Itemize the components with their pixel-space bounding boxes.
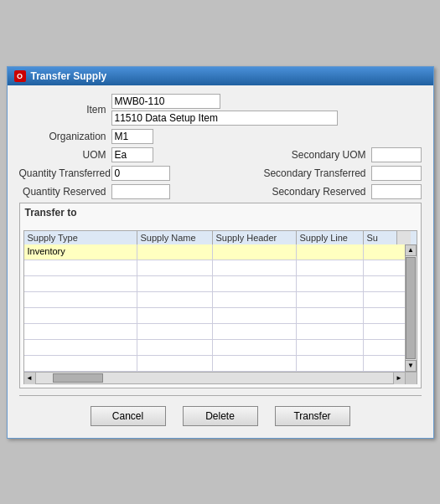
item-label: Item [19, 104, 111, 116]
scroll-thumb-v[interactable] [406, 257, 416, 359]
grid-header: Supply Type Supply Name Supply Header Su… [23, 230, 417, 244]
cell-supply-name [137, 292, 213, 307]
cancel-button[interactable]: Cancel [91, 406, 166, 426]
table-row[interactable] [24, 276, 405, 292]
cell-supply-header [213, 356, 297, 371]
qty-transferred-row: Quantity Transferred Secondary Transferr… [19, 166, 422, 181]
col-supply-type: Supply Type [24, 231, 137, 244]
cell-supply-type [24, 276, 137, 291]
table-row[interactable]: Inventory [24, 244, 405, 260]
scroll-right-arrow[interactable]: ► [393, 373, 405, 384]
cell-supply-name [137, 276, 213, 291]
table-row[interactable] [24, 308, 405, 324]
window-icon: O [14, 70, 26, 82]
cell-supply-name [137, 356, 213, 371]
grid-body: Inventory [24, 244, 405, 372]
cell-supply-header [213, 276, 297, 291]
cell-su [364, 356, 397, 371]
cell-su [364, 340, 397, 355]
qty-reserved-input[interactable] [111, 184, 170, 199]
table-row[interactable] [24, 260, 405, 276]
cell-supply-header [213, 244, 297, 260]
cell-supply-line [297, 292, 364, 307]
cell-supply-name [137, 260, 213, 275]
supply-grid: Supply Type Supply Name Supply Header Su… [23, 230, 417, 384]
secondary-uom-label: Secondary UOM [271, 149, 371, 161]
scroll-track-h[interactable] [36, 373, 393, 383]
scroll-left-arrow[interactable]: ◄ [24, 373, 36, 384]
cell-supply-line [297, 244, 364, 260]
vertical-scrollbar[interactable]: ▲ ▼ [405, 244, 417, 372]
cell-supply-type [24, 308, 137, 323]
scrollbar-corner [405, 373, 417, 384]
delete-button[interactable]: Delete [183, 406, 258, 426]
transfer-to-section: Transfer to Supply Type Supply Name Supp… [19, 203, 422, 388]
table-row[interactable] [24, 292, 405, 308]
transfer-to-title: Transfer to [23, 207, 417, 219]
cell-supply-line [297, 260, 364, 275]
col-supply-line: Supply Line [297, 231, 364, 244]
col-scrollbar-spacer [397, 231, 411, 244]
uom-row: UOM Secondary UOM [19, 147, 422, 162]
scroll-up-arrow[interactable]: ▲ [405, 244, 417, 256]
uom-label: UOM [19, 149, 111, 161]
organization-input[interactable] [111, 129, 153, 144]
qty-transferred-input[interactable] [111, 166, 170, 181]
cell-supply-header [213, 260, 297, 275]
title-bar: O Transfer Supply [8, 67, 433, 85]
transfer-supply-window: O Transfer Supply Item Organization UOM … [7, 66, 434, 439]
secondary-reserved-label: Secondary Reserved [262, 186, 371, 198]
cell-supply-header [213, 340, 297, 355]
table-row[interactable] [24, 356, 405, 372]
item-row: Item [19, 94, 422, 126]
scroll-down-arrow[interactable]: ▼ [405, 360, 417, 372]
cell-supply-type: Inventory [24, 244, 137, 260]
secondary-transferred-label: Secondary Transferred [262, 167, 371, 179]
cell-supply-header [213, 308, 297, 323]
cell-supply-line [297, 308, 364, 323]
cell-supply-name [137, 340, 213, 355]
qty-transferred-label: Quantity Transferred [19, 167, 111, 179]
cell-supply-line [297, 276, 364, 291]
buttons-row: Cancel Delete Transfer [19, 401, 422, 429]
organization-row: Organization [19, 129, 422, 144]
cell-su [364, 324, 397, 339]
item-code-input[interactable] [111, 94, 220, 109]
transfer-button[interactable]: Transfer [275, 406, 350, 426]
cell-supply-name [137, 324, 213, 339]
cell-supply-type [24, 340, 137, 355]
qty-reserved-row: Quantity Reserved Secondary Reserved [19, 184, 422, 199]
uom-input[interactable] [111, 147, 153, 162]
cell-supply-name [137, 244, 213, 260]
window-title: Transfer Supply [31, 70, 107, 82]
cell-supply-type [24, 324, 137, 339]
cell-supply-type [24, 356, 137, 371]
cell-su [364, 308, 397, 323]
separator [19, 395, 422, 396]
horizontal-scrollbar-row: ◄ ► [23, 373, 417, 384]
cell-su [364, 244, 397, 260]
col-su: Su [364, 231, 397, 244]
organization-label: Organization [19, 131, 111, 142]
cell-supply-type [24, 260, 137, 275]
table-row[interactable] [24, 340, 405, 356]
cell-supply-type [24, 292, 137, 307]
secondary-transferred-input[interactable] [371, 166, 422, 181]
col-supply-name: Supply Name [137, 231, 213, 244]
cell-supply-name [137, 308, 213, 323]
cell-su [364, 276, 397, 291]
cell-supply-line [297, 324, 364, 339]
item-name-input[interactable] [111, 111, 338, 126]
secondary-uom-input[interactable] [371, 147, 422, 162]
grid-body-wrapper: Inventory [23, 244, 417, 373]
table-row[interactable] [24, 324, 405, 340]
qty-reserved-label: Quantity Reserved [19, 186, 111, 198]
cell-supply-line [297, 356, 364, 371]
cell-su [364, 260, 397, 275]
scroll-thumb-h[interactable] [53, 373, 103, 383]
cell-supply-line [297, 340, 364, 355]
cell-supply-header [213, 324, 297, 339]
secondary-reserved-input[interactable] [371, 184, 422, 199]
item-inputs [111, 94, 338, 126]
col-supply-header: Supply Header [213, 231, 297, 244]
